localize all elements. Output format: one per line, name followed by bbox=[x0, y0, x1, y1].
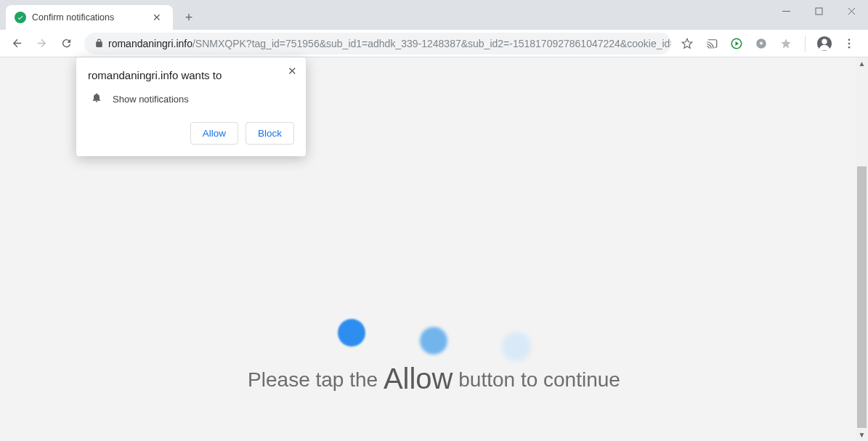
close-window-button[interactable] bbox=[835, 0, 868, 22]
tab-title: Confirm notifications bbox=[32, 12, 150, 23]
permission-option-text: Show notifications bbox=[113, 94, 189, 105]
lock-icon bbox=[94, 39, 104, 48]
window-controls bbox=[770, 0, 868, 22]
bookmark-star-icon[interactable] bbox=[678, 35, 696, 52]
back-button[interactable] bbox=[6, 33, 28, 54]
reload-button[interactable] bbox=[55, 33, 77, 54]
divider bbox=[805, 36, 806, 52]
url-host: romandaningri.info bbox=[108, 38, 192, 49]
url-path: /SNMXQPK?tag_id=751956&sub_id1=adhdk_339… bbox=[192, 38, 671, 49]
permission-title: romandaningri.info wants to bbox=[88, 69, 294, 81]
play-circle-icon[interactable] bbox=[728, 35, 745, 52]
browser-tab[interactable]: Confirm notifications ✕ bbox=[6, 5, 173, 30]
minimize-button[interactable] bbox=[770, 0, 803, 22]
forward-button[interactable] bbox=[31, 33, 52, 54]
star-outline-icon[interactable] bbox=[777, 35, 795, 52]
svg-point-8 bbox=[848, 39, 851, 41]
prompt-bold: Allow bbox=[384, 363, 453, 395]
cast-icon[interactable] bbox=[703, 35, 721, 52]
scroll-up-arrow[interactable]: ▲ bbox=[856, 57, 868, 70]
allow-button[interactable]: Allow bbox=[190, 122, 238, 145]
loader-dot bbox=[502, 332, 531, 361]
checkmark-icon bbox=[15, 12, 26, 23]
block-button[interactable]: Block bbox=[246, 122, 294, 145]
svg-rect-1 bbox=[816, 8, 822, 15]
vertical-scrollbar[interactable]: ▲ ▼ bbox=[856, 57, 868, 441]
extension-circle-icon[interactable] bbox=[753, 35, 770, 52]
menu-dots-icon[interactable] bbox=[840, 35, 858, 52]
extension-icons bbox=[699, 35, 862, 52]
profile-avatar-icon[interactable] bbox=[816, 35, 833, 52]
svg-point-7 bbox=[822, 39, 827, 44]
address-bar[interactable]: romandaningri.info/SNMXQPK?tag_id=751956… bbox=[84, 33, 671, 54]
permission-row: Show notifications bbox=[88, 92, 294, 106]
titlebar: Confirm notifications ✕ + bbox=[0, 0, 868, 30]
prompt-suffix: button to continue bbox=[453, 368, 620, 391]
bell-icon bbox=[91, 92, 102, 106]
page-prompt-text: Please tap the Allow button to continue bbox=[0, 363, 868, 395]
maximize-button[interactable] bbox=[803, 0, 835, 22]
loader-dot bbox=[420, 327, 447, 355]
toolbar: romandaningri.info/SNMXQPK?tag_id=751956… bbox=[0, 30, 868, 57]
prompt-prefix: Please tap the bbox=[248, 368, 384, 391]
loading-dots bbox=[338, 304, 531, 361]
close-popup-icon[interactable]: ✕ bbox=[288, 65, 297, 78]
scrollbar-thumb[interactable] bbox=[857, 166, 867, 428]
svg-point-9 bbox=[848, 42, 851, 44]
svg-point-10 bbox=[848, 46, 851, 48]
close-tab-icon[interactable]: ✕ bbox=[150, 10, 164, 25]
scroll-down-arrow[interactable]: ▼ bbox=[856, 429, 868, 441]
loader-dot bbox=[338, 319, 365, 347]
notification-permission-popup: ✕ romandaningri.info wants to Show notif… bbox=[76, 57, 306, 156]
new-tab-button[interactable]: + bbox=[179, 7, 199, 28]
